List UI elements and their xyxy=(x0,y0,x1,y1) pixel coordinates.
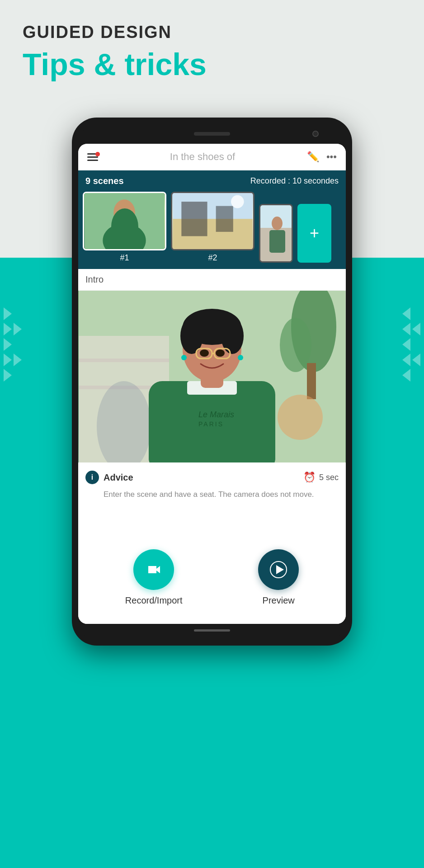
header: GUIDED DESIGN Tips & tricks xyxy=(23,23,207,82)
scene-intro-label: Intro xyxy=(78,269,346,291)
add-icon: + xyxy=(310,224,319,243)
phone-bottom-bar xyxy=(78,624,346,637)
svg-rect-19 xyxy=(307,363,316,399)
advice-timer: ⏰ 5 sec xyxy=(303,472,339,483)
speaker xyxy=(194,132,230,136)
record-import-label: Record/Import xyxy=(125,595,183,606)
phone-body: In the shoes of ✏️ ••• 9 scenes Recorded… xyxy=(72,118,352,646)
svg-point-20 xyxy=(280,318,311,372)
phone-mockup: In the shoes of ✏️ ••• 9 scenes Recorded… xyxy=(72,118,352,646)
bottom-action-bar: Record/Import Preview xyxy=(78,536,346,624)
preview-group: Preview xyxy=(258,549,299,606)
svg-point-12 xyxy=(272,217,283,230)
decorative-triangles-left xyxy=(4,307,22,384)
thumbnail-item-2[interactable]: #2 xyxy=(171,192,254,263)
phone-screen: In the shoes of ✏️ ••• 9 scenes Recorded… xyxy=(78,144,346,624)
svg-point-21 xyxy=(278,395,323,440)
thumbnail-photo-2 xyxy=(172,193,253,249)
front-camera xyxy=(312,131,319,137)
advice-title: Advice xyxy=(104,472,133,483)
app-title: In the shoes of xyxy=(98,151,307,163)
svg-point-1 xyxy=(113,199,135,225)
recorded-label: Recorded : 10 secondes xyxy=(250,176,339,186)
svg-point-4 xyxy=(124,217,131,221)
add-scene-button[interactable]: + xyxy=(297,204,331,263)
hamburger-line xyxy=(87,156,98,158)
preview-label: Preview xyxy=(263,595,295,606)
notification-dot xyxy=(95,152,100,156)
more-options-icon[interactable]: ••• xyxy=(326,151,337,163)
phone-notch xyxy=(78,126,346,142)
thumbnail-label-2: #2 xyxy=(208,253,217,263)
scenes-bar: 9 scenes Recorded : 10 secondes xyxy=(78,170,346,192)
advice-header: i Advice ⏰ 5 sec xyxy=(85,471,339,484)
thumbnail-image-2 xyxy=(171,192,254,250)
svg-rect-8 xyxy=(216,206,233,232)
svg-point-39 xyxy=(216,349,225,357)
advice-section: i Advice ⏰ 5 sec Enter the scene and hav… xyxy=(78,462,346,509)
advice-text: Enter the scene and have a seat. The cam… xyxy=(85,489,339,500)
decorative-triangles-right xyxy=(402,307,420,384)
svg-rect-7 xyxy=(181,202,207,236)
svg-point-3 xyxy=(116,217,122,221)
thumbnail-image-3 xyxy=(259,204,293,263)
record-import-button[interactable] xyxy=(133,549,174,590)
thumbnail-label-1: #1 xyxy=(120,253,129,263)
thumbnail-item-3[interactable] xyxy=(259,204,293,263)
svg-point-37 xyxy=(238,355,243,360)
thumbnail-item-1[interactable]: #1 xyxy=(83,192,166,263)
topbar-icons: ✏️ ••• xyxy=(307,151,337,163)
info-icon: i xyxy=(85,471,99,484)
app-topbar: In the shoes of ✏️ ••• xyxy=(78,144,346,170)
thumbnail-photo-1 xyxy=(84,193,165,249)
preview-button[interactable] xyxy=(258,549,299,590)
guided-design-label: GUIDED DESIGN xyxy=(23,23,207,42)
svg-rect-16 xyxy=(79,359,169,362)
home-bar xyxy=(194,629,230,632)
clock-icon: ⏰ xyxy=(303,472,316,483)
svg-rect-13 xyxy=(269,230,285,253)
hamburger-line xyxy=(87,160,98,161)
tips-tricks-label: Tips & tricks xyxy=(23,47,207,82)
advice-timer-value: 5 sec xyxy=(319,473,339,482)
svg-point-38 xyxy=(200,349,209,357)
hamburger-menu-icon[interactable] xyxy=(87,153,98,161)
svg-point-9 xyxy=(231,195,244,208)
svg-point-36 xyxy=(181,355,187,360)
svg-text:PARIS: PARIS xyxy=(198,420,224,428)
thumbnail-image-1 xyxy=(83,192,166,250)
edit-icon[interactable]: ✏️ xyxy=(307,151,319,163)
scenes-count: 9 scenes xyxy=(85,176,124,186)
main-photo-area: Le Marais PARIS xyxy=(78,291,346,462)
advice-left: i Advice xyxy=(85,471,133,484)
record-import-group: Record/Import xyxy=(125,549,183,606)
thumbnails-row: #1 xyxy=(78,192,346,269)
svg-text:Le Marais: Le Marais xyxy=(198,410,234,419)
